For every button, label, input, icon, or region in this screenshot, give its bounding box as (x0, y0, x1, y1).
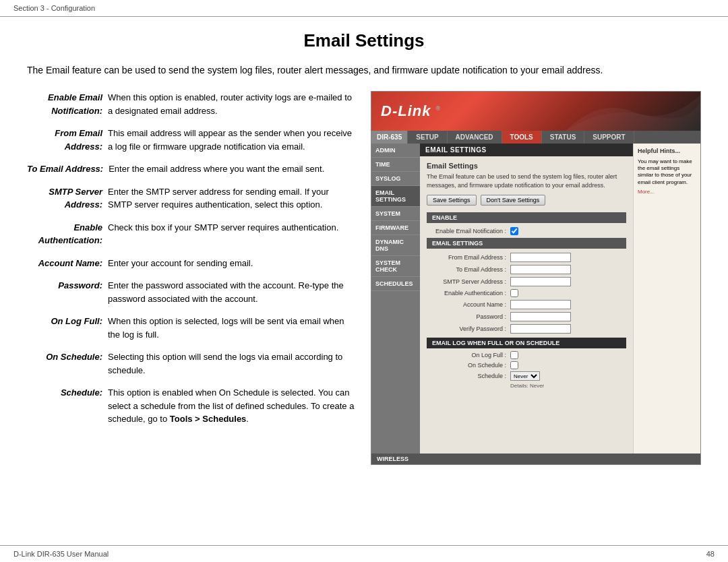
enable-email-label: Enable Email Notification : (429, 228, 510, 235)
def-item-enable-email: Enable EmailNotification: When this opti… (27, 91, 355, 117)
router-model: DIR-635 (371, 131, 408, 144)
verify-password-label: Verify Password : (429, 325, 510, 332)
helpful-hints-text: You may want to make the email settings … (638, 158, 696, 187)
schedule-select-row: Schedule : Never (427, 371, 626, 381)
def-desc-log-full: When this option is selected, logs will … (108, 315, 355, 341)
on-log-full-checkbox[interactable] (510, 351, 518, 359)
helpful-hints-panel: Helpful Hints... You may want to make th… (633, 144, 700, 454)
router-ui-screenshot: D-Link ® DIR-635 SETUP ADVANCED TOOLS ST… (371, 91, 701, 465)
def-term-on-schedule: On Schedule: (27, 350, 108, 377)
def-desc-account: Enter your account for sending email. (108, 257, 355, 270)
def-term-enable-auth: EnableAuthentication: (27, 221, 108, 247)
def-item-password: Password: Enter the password associated … (27, 279, 355, 305)
def-desc-smtp: Enter the SMTP server address for sendin… (108, 185, 355, 212)
dlink-logo: D-Link ® (381, 102, 441, 120)
def-desc-schedule: This option is enabled when On Schedule … (108, 386, 355, 426)
smtp-server-input[interactable] (510, 277, 571, 286)
def-term-log-full: On Log Full: (27, 315, 108, 341)
footer-right: 48 (706, 550, 715, 558)
sidebar-item-dynamic-dns[interactable]: DYNAMIC DNS (371, 235, 420, 256)
helpful-hints-more-link[interactable]: More... (638, 189, 696, 195)
nav-tab-support[interactable]: SUPPORT (584, 131, 634, 144)
dlink-logo-text: D-Link (381, 102, 431, 119)
on-schedule-row: On Schedule : (427, 361, 626, 369)
to-email-input[interactable] (510, 265, 571, 274)
on-log-full-row: On Log Full : (427, 351, 626, 359)
enable-auth-checkbox[interactable] (510, 289, 518, 297)
schedule-select[interactable]: Never (510, 371, 540, 381)
from-email-input[interactable] (510, 253, 571, 262)
router-content-area: Email Settings The Email feature can be … (420, 156, 633, 396)
def-desc-to-email: Enter the email address where you want t… (109, 162, 355, 176)
on-log-full-label: On Log Full : (429, 352, 510, 358)
def-item-account: Account Name: Enter your account for sen… (27, 257, 355, 270)
router-description: The Email feature can be used to send th… (427, 173, 626, 189)
section-label: Section 3 - Configuration (13, 4, 95, 12)
details-text: Details: Never (510, 383, 544, 389)
router-subsection-title: Email Settings (427, 162, 626, 170)
dlink-header: D-Link ® (371, 92, 700, 131)
def-term-password: Password: (27, 279, 108, 305)
sidebar-item-system[interactable]: SYSTEM (371, 207, 420, 221)
def-item-on-schedule: On Schedule: Selecting this option will … (27, 350, 355, 377)
sidebar-item-admin[interactable]: ADMIN (371, 144, 420, 158)
nav-tab-setup[interactable]: SETUP (408, 131, 447, 144)
password-input[interactable] (510, 312, 571, 321)
sidebar-item-schedules[interactable]: SCHEDULES (371, 277, 420, 291)
page-header: Section 3 - Configuration (0, 0, 728, 17)
definitions-column: Enable EmailNotification: When this opti… (27, 91, 355, 435)
enable-email-checkbox[interactable] (510, 227, 518, 235)
def-term-from-email: From EmailAddress: (27, 127, 108, 153)
main-content: Email Settings The Email feature can be … (0, 17, 728, 505)
def-desc-password: Enter the password associated with the a… (108, 279, 355, 305)
nav-tabs-bar: DIR-635 SETUP ADVANCED TOOLS STATUS SUPP… (371, 131, 700, 144)
from-email-row: From Email Address : (427, 253, 626, 262)
router-button-row: Save Settings Don't Save Settings (427, 195, 626, 206)
dont-save-settings-button[interactable]: Don't Save Settings (481, 195, 546, 206)
router-main-area: EMAIL SETTINGS Email Settings The Email … (420, 144, 633, 454)
on-schedule-checkbox[interactable] (510, 361, 518, 369)
def-item-smtp: SMTP ServerAddress: Enter the SMTP serve… (27, 185, 355, 212)
email-settings-section-header: EMAIL SETTINGS (427, 238, 626, 249)
def-desc-enable-email: When this option is enabled, router acti… (108, 91, 355, 117)
sidebar-item-firmware[interactable]: FIRMWARE (371, 221, 420, 235)
verify-password-input[interactable] (510, 324, 571, 334)
router-sidebar: ADMIN TIME SYSLOG EMAIL SETTINGS SYSTEM … (371, 144, 420, 454)
sidebar-item-system-check[interactable]: SYSTEM CHECK (371, 256, 420, 277)
enable-section-header: ENABLE (427, 212, 626, 223)
from-email-label: From Email Address : (429, 254, 510, 261)
def-term-to-email: To Email Address: (27, 162, 109, 176)
def-item-schedule: Schedule: This option is enabled when On… (27, 386, 355, 426)
router-ui: D-Link ® DIR-635 SETUP ADVANCED TOOLS ST… (371, 91, 701, 465)
def-term-smtp: SMTP ServerAddress: (27, 185, 108, 212)
account-name-row: Account Name : (427, 300, 626, 309)
nav-tab-tools[interactable]: TOOLS (502, 131, 542, 144)
sidebar-item-syslog[interactable]: SYSLOG (371, 172, 420, 186)
smtp-server-label: SMTP Server Address : (429, 278, 510, 285)
nav-tab-status[interactable]: STATUS (542, 131, 585, 144)
def-term-account: Account Name: (27, 257, 108, 270)
intro-text: The Email feature can be used to send th… (27, 63, 701, 77)
account-name-input[interactable] (510, 300, 571, 309)
nav-tab-advanced[interactable]: ADVANCED (448, 131, 502, 144)
verify-password-row: Verify Password : (427, 324, 626, 334)
def-term-enable-email: Enable EmailNotification: (27, 91, 108, 117)
enable-auth-row: Enable Authentication : (427, 289, 626, 297)
def-desc-on-schedule: Selecting this option will send the logs… (108, 350, 355, 377)
sidebar-item-email-settings[interactable]: EMAIL SETTINGS (371, 186, 420, 207)
def-item-from-email: From EmailAddress: This email address wi… (27, 127, 355, 153)
on-schedule-label: On Schedule : (429, 362, 510, 369)
password-row: Password : (427, 312, 626, 321)
def-desc-from-email: This email address will appear as the se… (108, 127, 355, 153)
sidebar-item-time[interactable]: TIME (371, 158, 420, 172)
to-email-label: To Email Address : (429, 266, 510, 273)
password-label: Password : (429, 313, 510, 320)
page-title: Email Settings (27, 30, 701, 51)
dlink-wave-decoration (566, 92, 700, 131)
enable-email-row: Enable Email Notification : (427, 227, 626, 235)
enable-auth-label: Enable Authentication : (429, 290, 510, 296)
smtp-server-row: SMTP Server Address : (427, 277, 626, 286)
email-log-section-header: EMAIL LOG WHEN FULL OR ON SCHEDULE (427, 338, 626, 348)
def-term-schedule: Schedule: (27, 386, 108, 426)
save-settings-button[interactable]: Save Settings (427, 195, 477, 206)
